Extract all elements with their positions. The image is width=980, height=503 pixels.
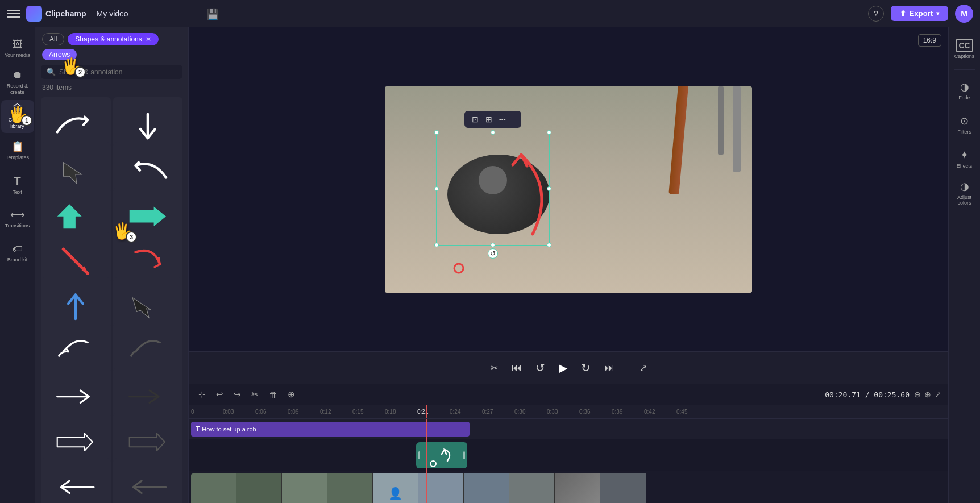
logo-icon — [26, 6, 42, 22]
filters-label: Filters — [957, 129, 971, 135]
filters-button[interactable]: ⊙ Filters — [950, 109, 979, 140]
video-strip[interactable]: 👤 — [191, 473, 720, 503]
video-preview: ⊡ ⊞ ••• ↺ — [385, 86, 752, 293]
cut-button[interactable]: ✂ — [248, 388, 261, 401]
fast-forward-button[interactable]: ↻ — [579, 359, 593, 377]
delete-button[interactable]: 🗑 — [266, 388, 280, 401]
annotation-clip[interactable] — [416, 442, 467, 468]
annotation-preview-svg — [425, 444, 459, 467]
annotation-track-row — [189, 439, 948, 471]
sidebar-label-text: Text — [13, 189, 22, 196]
menu-icon[interactable] — [7, 7, 20, 20]
preview-area: 16:9 — [189, 27, 948, 351]
playhead-line — [426, 419, 427, 503]
fade-button[interactable]: ◑ Fade — [950, 74, 979, 106]
sidebar-item-templates[interactable]: 📋 Templates — [1, 134, 34, 167]
playhead-ruler-indicator — [426, 405, 427, 418]
captions-button[interactable]: CC Captions — [950, 33, 979, 65]
text-clip[interactable]: T How to set up a rob — [191, 422, 470, 437]
export-icon: ⬆ — [900, 9, 906, 18]
zoom-fit-button[interactable]: ⤢ — [935, 390, 941, 399]
filter-shapes-label: Shapes & annotations — [75, 35, 142, 43]
topbar-right: ? ⬆ Export ▾ M — [868, 5, 973, 23]
title-track-row: T How to set up a rob — [189, 419, 948, 439]
text-clip-label: How to set up a rob — [202, 426, 256, 433]
topbar: Clipchamp 💾 ? ⬆ Export ▾ M — [0, 0, 980, 27]
items-count: 330 items — [35, 82, 188, 95]
search-input[interactable] — [59, 68, 177, 76]
adjust-colors-button[interactable]: ◑ Adjustcolors — [950, 177, 979, 209]
undo-button[interactable]: ↩ — [213, 388, 226, 401]
search-bar: 🔍 — [41, 65, 182, 79]
sidebar-item-record[interactable]: ⏺ Record &create — [1, 66, 34, 99]
arrows-grid — [35, 95, 188, 503]
sidebar-item-transitions[interactable]: ⟷ Transitions — [1, 202, 34, 235]
topbar-left: Clipchamp 💾 — [7, 6, 862, 22]
sidebar-label-record: Record &create — [7, 83, 28, 95]
skip-back-button[interactable]: ⏮ — [509, 360, 524, 376]
adjust-label: Adjustcolors — [957, 194, 971, 206]
redo-button[interactable]: ↪ — [231, 388, 244, 401]
play-button[interactable]: ▶ — [557, 359, 570, 377]
sidebar-item-brand-kit[interactable]: 🏷 Brand kit — [1, 236, 34, 269]
right-panel: CC Captions ◑ Fade ⊙ Filters ✦ Effects ◑… — [948, 27, 980, 503]
video-track-row: 🔊 👤 — [189, 471, 948, 503]
sidebar-label-transitions: Transitions — [5, 223, 30, 229]
shapes-panel: All Shapes & annotations ✕ Arrows 🔍 330 … — [35, 27, 189, 503]
sidebar-label-brand: Brand kit — [7, 257, 28, 263]
zoom-controls: ⊖ ⊕ ⤢ — [914, 390, 941, 399]
grid-item-arrow-18[interactable] — [113, 458, 183, 503]
logo: Clipchamp — [26, 6, 86, 22]
timeline-toolbar: ⊹ ↩ ↪ ✂ 🗑 ⊕ 00:20.71 / 00:25.60 ⊖ ⊕ ⤢ — [189, 384, 948, 405]
extra-button[interactable]: ⊕ — [285, 388, 298, 401]
fullscreen-button[interactable]: ⤢ — [637, 360, 649, 376]
sidebar-item-text[interactable]: T Text — [1, 168, 34, 201]
avatar[interactable]: M — [955, 5, 973, 23]
templates-icon: 📋 — [11, 140, 24, 153]
sidebar-item-content-library[interactable]: 🏛 Contentlibrary — [1, 100, 34, 133]
content-icon: 🏛 — [13, 103, 23, 115]
adjust-icon: ◑ — [960, 180, 969, 193]
sidebar-label-templates: Templates — [6, 155, 29, 161]
zoom-out-button[interactable]: ⊖ — [914, 390, 921, 399]
filter-shapes-button[interactable]: Shapes & annotations ✕ — [68, 33, 158, 45]
sidebar-label-media: Your media — [5, 52, 30, 59]
captions-icon: CC — [956, 39, 973, 52]
annotation-clip-handle-right[interactable] — [463, 451, 465, 459]
svg-point-1 — [430, 461, 436, 467]
zoom-in-button[interactable]: ⊕ — [924, 390, 931, 399]
rewind-button[interactable]: ↺ — [533, 359, 547, 377]
select-tool-button[interactable]: ⊹ — [196, 388, 209, 401]
scissors-button[interactable]: ✂ — [488, 360, 500, 376]
fade-label: Fade — [958, 95, 970, 101]
help-button[interactable]: ? — [868, 6, 884, 22]
center-area: 16:9 — [189, 27, 948, 503]
arrows-tag-button[interactable]: Arrows — [42, 49, 77, 60]
captions-label: Captions — [954, 53, 975, 59]
brand-icon: 🏷 — [13, 243, 23, 255]
skip-forward-button[interactable]: ⏭ — [602, 360, 617, 376]
save-status-icon: 💾 — [206, 8, 218, 19]
filter-all-button[interactable]: All — [42, 33, 64, 45]
fade-icon: ◑ — [960, 81, 969, 93]
video-title-input[interactable] — [92, 7, 201, 20]
text-icon: T — [14, 174, 20, 188]
effects-icon: ✦ — [960, 149, 969, 161]
sidebar: 🖼 Your media ⏺ Record &create 🏛 Contentl… — [0, 27, 35, 503]
filters-icon: ⊙ — [960, 115, 969, 127]
effects-button[interactable]: ✦ Effects — [950, 143, 979, 174]
search-icon: 🔍 — [47, 68, 56, 76]
panel-header: All Shapes & annotations ✕ Arrows — [35, 27, 188, 65]
aspect-ratio-button[interactable]: 16:9 — [918, 34, 941, 47]
main-area: 🖼 Your media ⏺ Record &create 🏛 Contentl… — [0, 27, 980, 503]
sidebar-item-your-media[interactable]: 🖼 Your media — [1, 32, 34, 65]
filter-close-icon[interactable]: ✕ — [146, 35, 151, 43]
record-icon: ⏺ — [13, 69, 23, 81]
grid-item-arrow-17[interactable] — [41, 458, 111, 503]
effects-label: Effects — [957, 163, 972, 169]
timeline-tracks: T How to set up a rob — [189, 419, 948, 503]
export-dropdown-arrow: ▾ — [936, 10, 939, 16]
annotation-clip-handle-left[interactable] — [418, 451, 420, 459]
export-button[interactable]: ⬆ Export ▾ — [891, 6, 948, 21]
sidebar-label-content: Contentlibrary — [9, 117, 27, 130]
